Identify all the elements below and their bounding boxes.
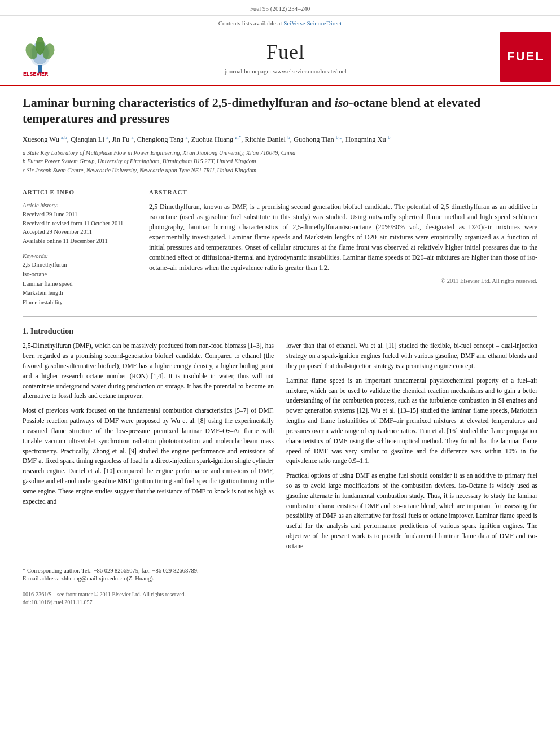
divider-1 — [23, 182, 537, 182]
article-history: Article history: Received 29 June 2011 R… — [23, 202, 135, 245]
article-info-abstract: ARTICLE INFO Article history: Received 2… — [23, 188, 537, 308]
keywords-block: Keywords: 2,5-Dimethylfuran iso-octane L… — [23, 252, 135, 307]
keyword-4: Markstein length — [23, 289, 135, 298]
abstract-text: 2,5-Dimethylfuran, known as DMF, is a pr… — [149, 202, 537, 273]
intro-p5: Practical options of using DMF as engine… — [286, 471, 537, 552]
intro-heading: 1. Introduction — [23, 326, 537, 337]
footnote-area: * Corresponding author. Tel.: +86 029 82… — [23, 563, 537, 583]
intro-p1: 2,5-Dimethylfuran (DMF), which can be ma… — [23, 341, 274, 401]
keyword-3: Laminar flame speed — [23, 280, 135, 289]
intro-p3: lower than that of ethanol. Wu et al. [1… — [286, 341, 537, 371]
affiliation-b: b Future Power System Group, University … — [23, 157, 537, 166]
keyword-1: 2,5-Dimethylfuran — [23, 261, 135, 269]
article-info-col: ARTICLE INFO Article history: Received 2… — [23, 188, 135, 308]
authors: Xuesong Wu a,b, Qianqian Li a, Jin Fu a,… — [23, 134, 537, 145]
accepted-date: Accepted 29 November 2011 — [23, 228, 135, 237]
keywords-label: Keywords: — [23, 252, 135, 261]
available-date: Available online 11 December 2011 — [23, 237, 135, 246]
intro-col-right: lower than that of ethanol. Wu et al. [1… — [286, 341, 537, 556]
article-history-label: Article history: — [23, 202, 135, 210]
elsevier-tree-icon: ELSEVIER — [18, 37, 63, 77]
doi-bar: 0016-2361/$ – see front matter © 2011 El… — [23, 588, 537, 606]
journal-logo-right: FUEL — [500, 32, 551, 82]
doi-issn: 0016-2361/$ – see front matter © 2011 El… — [23, 591, 537, 599]
journal-name: Fuel — [71, 38, 500, 66]
affiliations: a State Key Laboratory of Multiphase Flo… — [23, 148, 537, 175]
doi-doi: doi:10.1016/j.fuel.2011.11.057 — [23, 599, 537, 606]
keyword-5: Flame instability — [23, 299, 135, 307]
copyright: © 2011 Elsevier Ltd. All rights reserved… — [149, 277, 537, 286]
article-info-label: ARTICLE INFO — [23, 188, 135, 198]
intro-p2: Most of previous work focused on the fun… — [23, 406, 274, 506]
journal-header-inner: ELSEVIER Fuel journal homepage: www.else… — [0, 29, 560, 85]
sciverse-link[interactable]: SciVerse ScienceDirect — [283, 20, 342, 27]
journal-title-center: Fuel journal homepage: www.elsevier.com/… — [71, 38, 500, 76]
citation-bar: Fuel 95 (2012) 234–240 — [0, 5, 560, 15]
received-date: Received 29 June 2011 — [23, 211, 135, 219]
article-content: Laminar burning characteristics of 2,5-d… — [0, 86, 560, 618]
footnote-corresponding: * Corresponding author. Tel.: +86 029 82… — [23, 567, 537, 575]
abstract-col: ABSTRACT 2,5-Dimethylfuran, known as DMF… — [149, 188, 537, 308]
elsevier-logo: ELSEVIER — [9, 37, 71, 77]
article-title: Laminar burning characteristics of 2,5-d… — [23, 95, 537, 127]
intro-col-left: 2,5-Dimethylfuran (DMF), which can be ma… — [23, 341, 274, 556]
affiliation-c: c Sir Joseph Swan Centre, Newcastle Univ… — [23, 166, 537, 175]
intro-two-col: 2,5-Dimethylfuran (DMF), which can be ma… — [23, 341, 537, 556]
abstract-label: ABSTRACT — [149, 188, 537, 198]
journal-homepage: journal homepage: www.elsevier.com/locat… — [71, 67, 500, 76]
divider-2 — [23, 316, 537, 317]
svg-text:ELSEVIER: ELSEVIER — [23, 71, 49, 77]
sciverse-text: Contents lists available at SciVerse Sci… — [0, 17, 560, 29]
svg-point-5 — [36, 37, 45, 55]
intro-p4: Laminar flame speed is an important fund… — [286, 376, 537, 466]
journal-header: Fuel 95 (2012) 234–240 Contents lists av… — [0, 0, 560, 86]
introduction-section: 1. Introduction 2,5-Dimethylfuran (DMF),… — [23, 326, 537, 556]
citation-text: Fuel 95 (2012) 234–240 — [250, 5, 310, 12]
affiliation-a: a State Key Laboratory of Multiphase Flo… — [23, 148, 537, 158]
received-revised-date: Received in revised form 11 October 2011 — [23, 220, 135, 228]
footnote-email: E-mail address: zhhuang@mail.xjtu.edu.cn… — [23, 575, 537, 583]
keyword-2: iso-octane — [23, 270, 135, 279]
